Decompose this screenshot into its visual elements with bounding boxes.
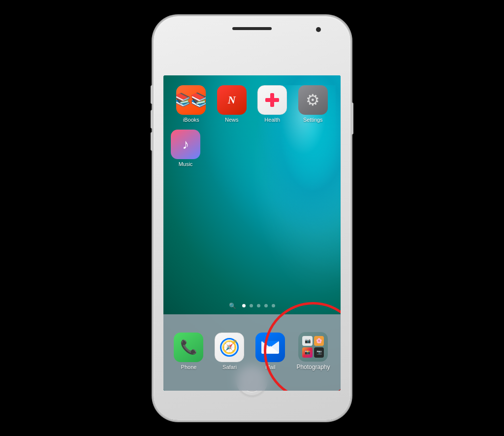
- dock-safari[interactable]: 🧭 Safari: [215, 333, 244, 370]
- news-icon-inner: N: [228, 95, 236, 105]
- phone-icon: 📞: [174, 333, 203, 362]
- phone-top: [154, 16, 350, 46]
- folder-mini-photos: 🌸: [314, 336, 324, 346]
- dock-phone[interactable]: 📞 Phone: [174, 333, 203, 370]
- phone-device: 📚 iBooks N News Health ⚙: [154, 16, 350, 420]
- speaker-grill: [232, 27, 272, 30]
- search-dot-icon: 🔍: [229, 302, 236, 309]
- settings-icon: ⚙: [298, 85, 328, 115]
- dot-5: [272, 304, 275, 307]
- settings-label: Settings: [303, 117, 323, 123]
- folder-mini-camera2: 📷: [314, 347, 324, 358]
- safari-icon: 🧭: [215, 333, 244, 362]
- top-app-row: 📚 iBooks N News Health ⚙: [163, 85, 341, 123]
- dot-4: [264, 304, 268, 307]
- dot-3: [257, 304, 260, 307]
- health-cross: [265, 93, 279, 107]
- music-icon: ♪: [171, 130, 200, 159]
- app-news[interactable]: N News: [217, 85, 247, 123]
- folder-mini-camera: 📷: [302, 336, 313, 346]
- news-icon: N: [217, 85, 247, 115]
- mail-flap2: [261, 346, 279, 354]
- dock-photography-folder[interactable]: 📷 🌸 📸 📷 Photography: [296, 332, 330, 370]
- dot-2: [250, 304, 253, 307]
- music-label: Music: [179, 161, 193, 167]
- app-health[interactable]: Health: [257, 85, 287, 123]
- health-icon: [257, 85, 287, 115]
- dock: 📞 Phone 🧭 Safari: [163, 314, 341, 391]
- dock-mail[interactable]: Mail: [255, 333, 285, 370]
- dot-1-active: [242, 304, 246, 307]
- ibooks-label: iBooks: [183, 117, 199, 123]
- phone-label: Phone: [181, 364, 197, 370]
- photography-folder-icon: 📷 🌸 📸 📷: [298, 332, 328, 362]
- safari-label: Safari: [222, 364, 237, 370]
- safari-compass: 🧭: [220, 338, 239, 357]
- news-label: News: [225, 117, 239, 123]
- front-camera: [316, 27, 321, 32]
- mail-label: Mail: [265, 364, 275, 370]
- app-music[interactable]: ♪ Music: [171, 130, 200, 167]
- folder-mini-instagram: 📸: [302, 347, 313, 358]
- app-settings[interactable]: ⚙ Settings: [298, 85, 328, 123]
- page-dots: 🔍: [163, 302, 341, 309]
- ibooks-icon: 📚: [176, 85, 206, 115]
- photography-label: Photography: [296, 364, 330, 370]
- mail-icon: [255, 333, 285, 362]
- mail-envelope: [261, 341, 279, 354]
- phone-screen: 📚 iBooks N News Health ⚙: [163, 75, 341, 391]
- health-label: Health: [264, 117, 280, 123]
- safari-needle-icon: 🧭: [221, 339, 237, 355]
- app-ibooks[interactable]: 📚 iBooks: [176, 85, 206, 123]
